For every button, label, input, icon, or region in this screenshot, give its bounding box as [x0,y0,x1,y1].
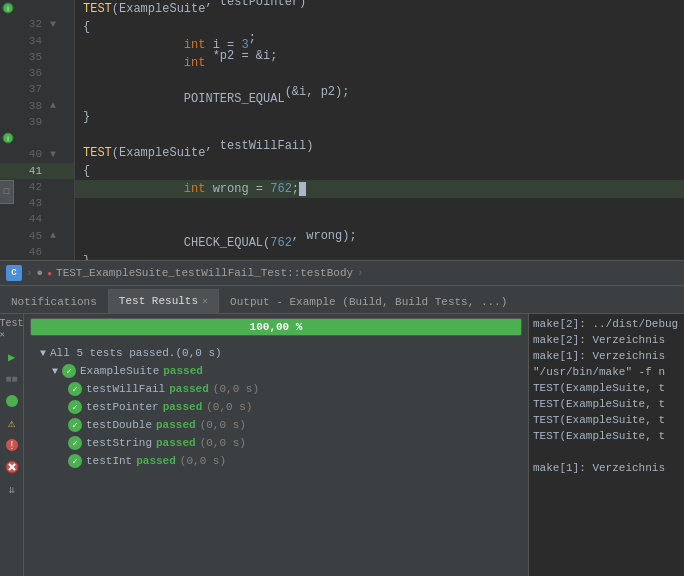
fold-40[interactable]: ▼ [46,149,60,160]
output-line-1: make[2]: Verzeichnis [533,334,680,350]
svg-text:!: ! [10,440,13,451]
gutter-line-39: 39 [0,114,74,130]
test-check-icon-1: ✓ [68,400,82,414]
gutter-line-32: 32 ▼ [0,16,74,32]
test-status-4: passed [136,455,176,467]
output-line-3: "/usr/bin/make" -f n [533,366,680,382]
test-name-1: testPointer [86,401,159,413]
output-line-6: TEST(ExampleSuite, t [533,414,680,430]
test-row-0[interactable]: ✓ testWillFail passed (0,0 s) [24,380,528,398]
tabs-bar: Notifications Test Results ✕ Output - Ex… [0,286,684,314]
test-inner-close[interactable]: ✕ [0,330,5,340]
line-number-43: 43 [16,197,46,209]
code-line-41[interactable]: int wrong = 762; [75,180,684,198]
filter-passed-button[interactable] [3,392,21,410]
gutter-line-41: 41 [0,163,74,179]
tab-output[interactable]: Output - Example (Build, Build Tests, ..… [219,289,518,313]
test-inner-tab[interactable]: Test ✕ [0,318,24,340]
breadcrumb-chevron: › [357,267,364,279]
line-number-35: 35 [16,51,46,63]
tab-test-results-close[interactable]: ✕ [202,295,208,307]
gutter-line-38: 38 ▲ [0,98,74,114]
output-line-2: make[1]: Verzeichnis [533,350,680,366]
filter-warning-button[interactable]: ⚠ [3,414,21,432]
test-time-2: (0,0 s) [200,419,246,431]
scroll-down-button[interactable]: ⇊ [3,480,21,498]
test-status-2: passed [156,419,196,431]
code-line-44: CHECK_EQUAL(762, wrong); [75,234,684,252]
fold-32[interactable]: ▼ [46,19,60,30]
file-icon: C [6,265,22,281]
test-row-4[interactable]: ✓ testInt passed (0,0 s) [24,452,528,470]
line-number-42: 42 [16,181,46,193]
breadcrumb: C › ● ● TEST_ExampleSuite_testWillFail_T… [0,260,684,286]
code-line-35: int *p2 = &i; [75,54,684,72]
gutter-line-34: 34 [0,33,74,49]
test-row-2[interactable]: ✓ testDouble passed (0,0 s) [24,416,528,434]
code-editor: i 32 ▼ 34 [0,0,684,260]
filter-error-button[interactable]: ! [3,436,21,454]
test-time-3: (0,0 s) [200,437,246,449]
tab-notifications[interactable]: Notifications [0,289,108,313]
gutter-line-35: 35 [0,49,74,65]
line-number-39: 39 [16,116,46,128]
test-name-4: testInt [86,455,132,467]
line-number-41: 41 [16,165,46,177]
progress-bar-container: 100,00 % [30,318,522,336]
run-button[interactable]: ▶ [3,348,21,366]
fold-38[interactable]: ▲ [46,100,60,111]
all-passed-label: All 5 tests passed.(0,0 s) [50,347,222,359]
gutter-line-36: 36 [0,65,74,81]
fold-45[interactable]: ▲ [46,230,60,241]
collapse-button[interactable]: □ [0,180,14,204]
output-line-0: make[2]: ../dist/Debug [533,318,680,334]
test-time-0: (0,0 s) [213,383,259,395]
suite-row[interactable]: ▼ ✓ ExampleSuite passed [24,362,528,380]
test-check-icon-2: ✓ [68,418,82,432]
gutter-line-44: 44 [0,211,74,227]
breadcrumb-sep-1: › [26,267,33,279]
line-gutter: i 32 ▼ 34 [0,0,75,260]
code-line-test2: TEST(ExampleSuite, testWillFail) [75,144,684,162]
stop-button[interactable]: ■■ [3,370,21,388]
test-row-1[interactable]: ✓ testPointer passed (0,0 s) [24,398,528,416]
suite-status: passed [163,365,203,377]
test-status-0: passed [169,383,209,395]
test-check-icon-3: ✓ [68,436,82,450]
line-number-37: 37 [16,83,46,95]
test-time-4: (0,0 s) [180,455,226,467]
test-row-3[interactable]: ✓ testString passed (0,0 s) [24,434,528,452]
test-name-2: testDouble [86,419,152,431]
test-name-0: testWillFail [86,383,165,395]
breadcrumb-path: TEST_ExampleSuite_testWillFail_Test::tes… [56,267,353,279]
breadcrumb-red-dot: ● [47,269,52,278]
output-line-9: make[1]: Verzeichnis [533,462,680,478]
test-status-3: passed [156,437,196,449]
gutter-line-test2: i [0,130,74,146]
line-number-40: 40 [16,148,46,160]
test-tree: ▼ All 5 tests passed.(0,0 s) ▼ ✓ Example… [24,340,528,576]
test-status-1: passed [163,401,203,413]
test-results-panel: 100,00 % ▼ All 5 tests passed.(0,0 s) ▼ … [24,314,529,576]
test-name-3: testString [86,437,152,449]
suite-name: ExampleSuite [80,365,159,377]
code-line-31: TEST(ExampleSuite, testPointer) [75,0,684,18]
tab-test-results[interactable]: Test Results ✕ [108,289,219,313]
line-number-36: 36 [16,67,46,79]
bottom-panel: Notifications Test Results ✕ Output - Ex… [0,286,684,576]
svg-point-4 [6,395,18,407]
line-number-44: 44 [16,213,46,225]
output-panel: make[2]: ../dist/Debug make[2]: Verzeich… [529,314,684,576]
gutter-line-45: 45 ▲ [0,228,74,244]
line-number-46: 46 [16,246,46,258]
line-number-32: 32 [16,18,46,30]
test-time-1: (0,0 s) [206,401,252,413]
code-line-39 [75,126,684,144]
output-line-8 [533,446,680,462]
test-check-icon-4: ✓ [68,454,82,468]
test-check-icon-0: ✓ [68,382,82,396]
line-number-45: 45 [16,230,46,242]
gutter-line-31: i [0,0,74,16]
filter-failed-button[interactable] [3,458,21,476]
code-content[interactable]: TEST(ExampleSuite, testPointer) { int i … [75,0,684,260]
